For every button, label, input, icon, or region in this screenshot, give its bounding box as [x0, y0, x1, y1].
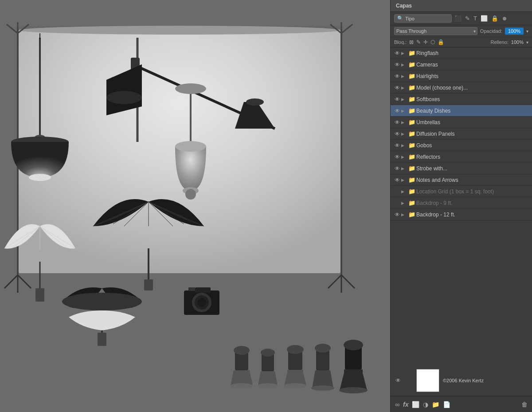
layers-panel: Capas 🔍 ⬛ ✎ T ⬜ 🔒 Pass Through Normal Mu…	[390, 0, 532, 412]
thumbnail-layer-name: ©2006 Kevin Kertz	[443, 378, 484, 383]
svg-point-28	[175, 83, 206, 94]
svg-point-20	[29, 174, 51, 181]
new-layer-icon[interactable]: 📄	[443, 401, 450, 408]
lock-all-icon[interactable]: 🔒	[438, 39, 444, 45]
layer-eye-icon[interactable]: 👁	[393, 142, 401, 149]
layer-item[interactable]: 👁▶📁Softboxes	[391, 94, 532, 105]
layer-item[interactable]: ▶📁Location Grid (1 box = 1 sq. foot)	[391, 186, 532, 197]
canvas-svg	[0, 0, 386, 412]
layer-folder-icon: 📁	[407, 177, 416, 183]
blend-mode-select[interactable]: Pass Through Normal Multiply Screen Over…	[394, 27, 477, 35]
layer-eye-icon[interactable]: 👁	[393, 50, 401, 56]
layer-name: Strobe with...	[416, 165, 529, 172]
svg-rect-3	[19, 30, 340, 273]
layer-eye-icon[interactable]: 👁	[393, 212, 401, 218]
svg-line-10	[341, 275, 355, 288]
svg-point-63	[261, 349, 275, 357]
svg-line-34	[93, 202, 149, 226]
layer-expand-arrow[interactable]: ▶	[401, 132, 407, 136]
layer-eye-icon[interactable]: 👁	[393, 154, 401, 160]
layer-folder-icon: 📁	[407, 188, 416, 195]
type-filter-icon[interactable]: T	[473, 14, 478, 23]
lock-move-icon[interactable]: ✛	[423, 39, 428, 45]
svg-line-42	[149, 202, 184, 224]
layer-expand-arrow[interactable]: ▶	[401, 120, 407, 125]
layer-expand-arrow[interactable]: ▶	[401, 97, 407, 102]
search-input[interactable]	[405, 16, 441, 21]
lock-checkerboard-icon[interactable]: ⊠	[409, 39, 414, 45]
shape-filter-icon[interactable]: ⬜	[480, 14, 489, 23]
thumbnail-layer[interactable]: 👁 ©2006 Kevin Kertz	[391, 365, 532, 396]
layer-item[interactable]: ▶📁Backdrop - 9 ft.	[391, 197, 532, 209]
blend-mode-dropdown[interactable]: Pass Through Normal Multiply Screen Over…	[394, 27, 477, 35]
layer-expand-arrow[interactable]: ▶	[401, 109, 407, 113]
layer-eye-icon[interactable]: 👁	[393, 96, 401, 102]
layer-expand-arrow[interactable]: ▶	[401, 51, 407, 55]
layer-expand-arrow[interactable]: ▶	[401, 189, 407, 194]
layer-expand-arrow[interactable]: ▶	[401, 74, 407, 78]
svg-line-36	[110, 202, 149, 220]
svg-point-26	[106, 91, 142, 104]
layer-expand-arrow[interactable]: ▶	[401, 86, 407, 90]
layer-folder-icon: 📁	[407, 50, 416, 56]
layer-expand-arrow[interactable]: ▶	[401, 155, 407, 159]
layer-folder-icon: 📁	[407, 61, 416, 68]
layer-item[interactable]: 👁▶📁Beauty Dishes	[391, 105, 532, 117]
layer-item[interactable]: 👁▶📁Model (choose one)...	[391, 82, 532, 94]
adjust-filter-icon[interactable]: ✎	[464, 14, 471, 23]
new-group-icon[interactable]: 📁	[432, 401, 439, 408]
layer-eye-icon[interactable]: 👁	[393, 119, 401, 126]
link-layers-icon[interactable]: ∞	[395, 401, 399, 408]
layer-eye-icon[interactable]: 👁	[393, 131, 401, 137]
layer-expand-arrow[interactable]: ▶	[401, 178, 407, 182]
layer-eye-icon[interactable]: 👁	[393, 62, 401, 68]
layer-name: Backdrop - 9 ft.	[416, 200, 529, 206]
layer-item[interactable]: 👁▶📁Umbrellas	[391, 117, 532, 128]
svg-rect-59	[235, 350, 248, 370]
layers-list[interactable]: 👁▶📁Ringflash👁▶📁Cameras👁▶📁Hairlights👁▶📁Mo…	[391, 47, 532, 365]
smart-filter-icon[interactable]: 🔒	[490, 14, 499, 23]
svg-line-45	[40, 226, 75, 248]
layer-folder-icon: 📁	[407, 107, 416, 114]
layer-expand-arrow[interactable]: ▶	[401, 63, 407, 67]
layer-item[interactable]: 👁▶📁Cameras	[391, 59, 532, 71]
search-icon: 🔍	[397, 16, 403, 21]
adjustment-layer-icon[interactable]: ◑	[423, 401, 428, 408]
search-box[interactable]: 🔍	[394, 14, 452, 23]
lock-artboard-icon[interactable]: ⬡	[430, 39, 435, 45]
layer-eye-icon[interactable]: 👁	[393, 73, 401, 79]
fx-icon[interactable]: fx	[403, 401, 408, 408]
svg-rect-25	[131, 58, 140, 73]
layer-item[interactable]: 👁▶📁Gobos	[391, 140, 532, 151]
opacity-input[interactable]	[505, 27, 524, 35]
layer-item[interactable]: 👁▶📁Ringflash	[391, 47, 532, 59]
layer-folder-icon: 📁	[407, 165, 416, 172]
delete-layer-icon[interactable]: 🗑	[521, 401, 528, 408]
layer-item[interactable]: 👁▶📁Reflectors	[391, 151, 532, 163]
thumbnail-eye-icon[interactable]: 👁	[394, 377, 402, 384]
layer-expand-arrow[interactable]: ▶	[401, 201, 407, 205]
svg-rect-72	[345, 345, 362, 369]
layer-item[interactable]: 👁▶📁Diffusion Panels	[391, 128, 532, 140]
layer-item[interactable]: 👁▶📁Strobe with...	[391, 163, 532, 174]
svg-line-40	[149, 202, 173, 226]
add-mask-icon[interactable]: ⬜	[412, 401, 419, 408]
image-filter-icon[interactable]: ⬛	[454, 14, 462, 23]
layer-eye-icon[interactable]: 👁	[393, 85, 401, 91]
layer-expand-arrow[interactable]: ▶	[401, 212, 407, 217]
svg-line-46	[13, 226, 40, 247]
layer-name: Cameras	[416, 62, 529, 68]
layer-expand-arrow[interactable]: ▶	[401, 166, 407, 171]
lock-paint-icon[interactable]: ✎	[416, 39, 421, 45]
layer-folder-icon: 📁	[407, 96, 416, 102]
layer-expand-arrow[interactable]: ▶	[401, 143, 407, 148]
layer-eye-icon[interactable]: 👁	[393, 177, 401, 183]
layer-item[interactable]: 👁▶📁Hairlights	[391, 71, 532, 82]
layer-eye-icon[interactable]: 👁	[393, 108, 401, 114]
svg-rect-33	[144, 279, 153, 290]
layer-item[interactable]: 👁▶📁Notes and Arrows	[391, 174, 532, 186]
layer-eye-icon[interactable]: 👁	[393, 165, 401, 172]
layer-name: Notes and Arrows	[416, 177, 529, 183]
layer-item[interactable]: 👁▶📁Backdrop - 12 ft.	[391, 209, 532, 220]
filter-icons: ⬛ ✎ T ⬜ 🔒	[454, 14, 499, 23]
